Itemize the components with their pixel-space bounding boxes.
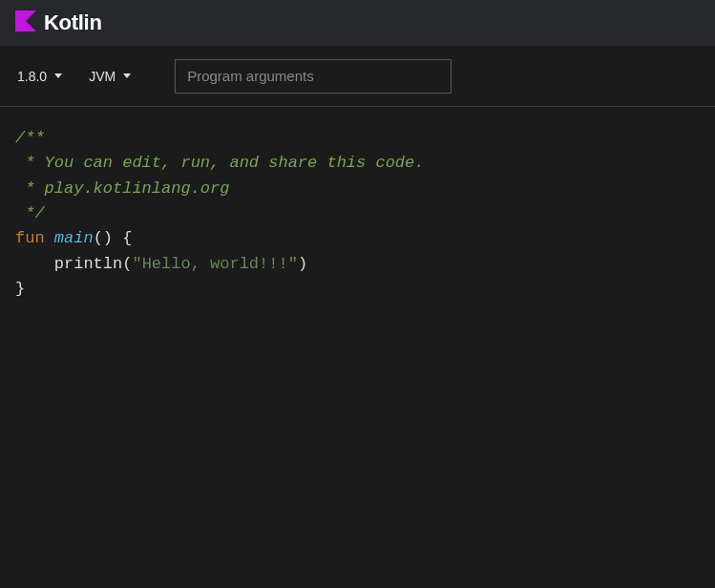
version-dropdown[interactable]: 1.8.0 xyxy=(15,65,64,88)
code-editor[interactable]: /** * You can edit, run, and share this … xyxy=(0,107,715,321)
target-dropdown[interactable]: JVM xyxy=(87,65,133,88)
code-line: * You can edit, run, and share this code… xyxy=(15,151,700,176)
caret-down-icon xyxy=(54,74,62,78)
code-line: fun main() { xyxy=(15,226,700,251)
code-line: * play.kotlinlang.org xyxy=(15,177,700,201)
brand-logo: Kotlin xyxy=(15,10,102,35)
brand-name: Kotlin xyxy=(44,10,102,35)
app-header: Kotlin xyxy=(0,0,715,46)
program-arguments-input[interactable] xyxy=(175,59,452,94)
code-line: } xyxy=(15,277,700,302)
target-label: JVM xyxy=(89,69,116,84)
version-label: 1.8.0 xyxy=(17,69,47,84)
kotlin-logo-icon xyxy=(15,10,36,35)
code-line: */ xyxy=(15,201,700,226)
code-line: println("Hello, world!!!") xyxy=(15,252,700,277)
code-line: /** xyxy=(15,126,700,151)
toolbar: 1.8.0 JVM xyxy=(0,46,715,107)
caret-down-icon xyxy=(123,74,131,78)
